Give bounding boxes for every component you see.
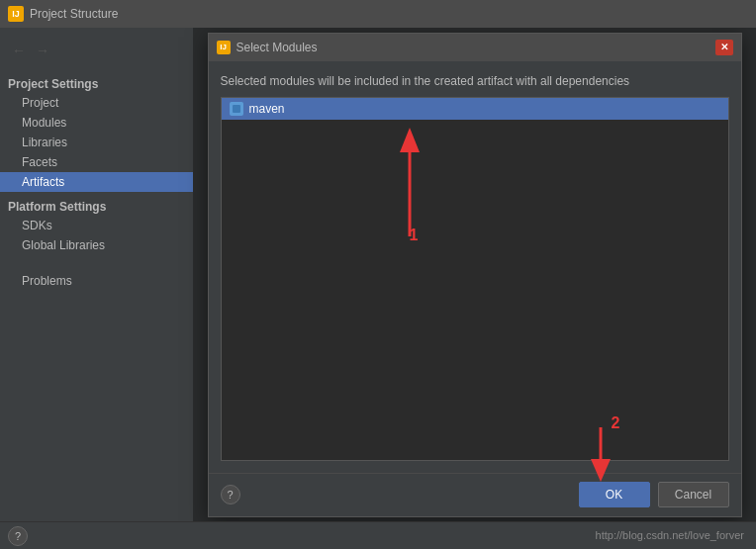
- watermark: http://blog.csdn.net/love_forver: [596, 529, 744, 541]
- module-icon-inner: [233, 105, 240, 113]
- content-area: ← → Project Settings Project Modules Lib…: [0, 28, 756, 521]
- title-bar: IJ Project Structure: [0, 0, 756, 28]
- modules-list[interactable]: maven 1: [221, 97, 729, 460]
- sidebar-item-artifacts[interactable]: Artifacts: [0, 172, 193, 192]
- platform-settings-section: Platform Settings: [0, 196, 193, 216]
- module-icon: [230, 102, 243, 116]
- sidebar-item-libraries[interactable]: Libraries: [0, 133, 193, 152]
- window-title: Project Structure: [30, 7, 118, 21]
- sidebar-nav-buttons: ← →: [0, 36, 193, 69]
- sidebar-item-sdks[interactable]: SDKs: [0, 216, 193, 235]
- annotation-label-2: 2: [612, 414, 620, 432]
- select-modules-dialog: IJ Select Modules ✕ Selected modules wil…: [208, 33, 742, 517]
- project-settings-section: Project Settings: [0, 73, 193, 93]
- module-name: maven: [249, 102, 285, 116]
- sidebar-item-modules[interactable]: Modules: [0, 113, 193, 133]
- main-panel: IJ Select Modules ✕ Selected modules wil…: [193, 28, 756, 521]
- annotation-label-1: 1: [410, 227, 419, 244]
- app-icon: IJ: [8, 6, 24, 22]
- sidebar-item-global-libraries[interactable]: Global Libraries: [0, 235, 193, 255]
- sidebar-item-facets[interactable]: Facets: [0, 152, 193, 172]
- module-item-maven[interactable]: maven: [222, 98, 728, 120]
- ok-button[interactable]: OK: [579, 482, 650, 507]
- svg-marker-1: [400, 128, 420, 152]
- sidebar: ← → Project Settings Project Modules Lib…: [0, 28, 193, 521]
- dialog-title-icon: IJ: [217, 41, 231, 54]
- nav-back-button[interactable]: ←: [8, 40, 30, 61]
- dialog-help-button[interactable]: ?: [221, 485, 240, 504]
- dialog-footer: ? 2 OK Cancel: [209, 473, 741, 516]
- main-window: IJ Project Structure ← → Project Setting…: [0, 0, 756, 549]
- sidebar-item-problems[interactable]: Problems: [0, 271, 193, 291]
- bottom-bar: ? http://blog.csdn.net/love_forver: [0, 521, 756, 549]
- dialog-body: Selected modules will be included in the…: [209, 61, 741, 473]
- nav-forward-button[interactable]: →: [32, 40, 53, 61]
- dialog-overlay: IJ Select Modules ✕ Selected modules wil…: [193, 28, 756, 521]
- help-button[interactable]: ?: [8, 526, 28, 546]
- dialog-close-button[interactable]: ✕: [715, 40, 733, 55]
- cancel-button[interactable]: Cancel: [658, 482, 729, 507]
- dialog-description: Selected modules will be included in the…: [221, 73, 729, 90]
- sidebar-item-project[interactable]: Project: [0, 93, 193, 113]
- dialog-title-text: Select Modules: [236, 41, 709, 54]
- dialog-title-bar: IJ Select Modules ✕: [209, 34, 741, 61]
